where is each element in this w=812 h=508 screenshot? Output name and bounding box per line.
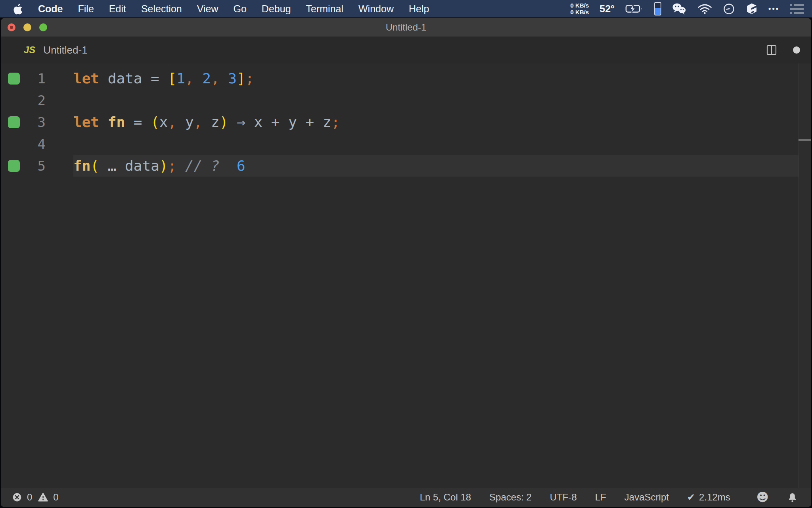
code-token-fn: fn [73,158,90,174]
code-token-pl [202,114,211,130]
code-token-vr: y [185,114,194,130]
list-menu-icon[interactable] [790,4,804,14]
notifications-bell-icon[interactable] [787,492,798,503]
gutter-decoration [1,116,20,128]
do-not-disturb-icon[interactable] [723,3,735,15]
problems-status[interactable]: 0 0 [1,492,59,503]
code-text: let fn = (x, y, z) ⇒ x + y + z; [73,114,340,130]
code-token-sp: … [108,158,117,174]
gutter-decoration [1,73,20,85]
code-token-vr: x [159,114,168,130]
tab-file-name: Untitled-1 [43,44,87,56]
tab-untitled-1[interactable]: JS Untitled-1 [1,44,88,56]
unsaved-changes-dot[interactable] [793,46,800,54]
macos-menu-bar: Code FileEditSelectionViewGoDebugTermina… [0,0,812,17]
code-token-pl [194,70,203,87]
code-token-pl [245,114,254,130]
code-line-2[interactable]: 2 [1,89,811,111]
language-mode-status[interactable]: JavaScript [624,492,669,503]
code-token-vr: y [288,114,297,130]
code-token-br: ) [220,114,228,130]
net-up-label: 0 KB/s [571,2,589,9]
ellipsis-menu-icon[interactable]: ••• [768,5,779,13]
code-line-5[interactable]: 5fn( … data); // ? 6 [1,155,811,177]
menu-item-app-code[interactable]: Code [38,3,63,15]
net-down-label: 0 KB/s [571,9,589,15]
code-line-3[interactable]: 3let fn = (x, y, z) ⇒ x + y + z; [1,111,811,133]
code-token-rs: 6 [237,158,245,174]
code-token-pl [280,114,288,130]
status-bar: 0 0 Ln 5, Col 18 Spaces: 2 UTF-8 LF Java… [1,488,811,507]
code-token-br: ( [151,114,159,130]
line-number: 3 [20,114,46,130]
wechat-icon[interactable] [672,3,687,15]
apple-menu-icon[interactable] [13,3,23,15]
code-editor[interactable]: 1let data = [1, 2, 3];23let fn = (x, y, … [1,64,811,488]
menu-item-view[interactable]: View [197,3,218,15]
code-token-pu: , [185,70,194,87]
menu-item-debug[interactable]: Debug [262,3,291,15]
quokka-time-status[interactable]: ✔ 2.12ms [687,492,730,503]
code-token-pl [142,114,151,130]
menu-item-edit[interactable]: Edit [109,3,126,15]
screen: Code FileEditSelectionViewGoDebugTermina… [0,0,812,508]
code-token-op: = [151,70,159,87]
overview-ruler-scrollbar[interactable] [798,64,811,488]
cursor-position-status[interactable]: Ln 5, Col 18 [420,492,471,503]
code-token-nm: 3 [228,70,237,87]
code-token-vr: data [108,70,142,87]
warnings-icon [38,492,48,502]
menu-item-go[interactable]: Go [234,3,247,15]
javascript-file-icon: JS [24,44,35,56]
code-token-pl [99,158,108,174]
line-number: 2 [20,92,46,108]
indentation-status[interactable]: Spaces: 2 [489,492,532,503]
gutter-decoration [1,160,20,172]
feedback-smiley-icon[interactable]: ☻ [756,491,769,503]
code-token-op: + [306,114,314,130]
window-title-bar[interactable]: Untitled-1 [1,18,811,37]
code-token-pl [125,114,134,130]
editor-tab-bar: JS Untitled-1 [1,37,811,64]
encoding-status[interactable]: UTF-8 [550,492,577,503]
code-token-pl [297,114,306,130]
code-line-4[interactable]: 4 [1,133,811,155]
code-token-kw: let [73,114,99,130]
code-token-fn: fn [108,114,125,130]
code-token-pu: ; [331,114,340,130]
menu-item-help[interactable]: Help [409,3,429,15]
menu-item-window[interactable]: Window [358,3,394,15]
code-token-pl [116,158,125,174]
menu-bar-status-area: 0 KB/s 0 KB/s 52° [571,2,812,15]
code-token-op: + [271,114,280,130]
code-token-ar: ⇒ [237,114,245,130]
code-token-op: = [134,114,142,130]
cube-app-icon[interactable] [746,2,758,15]
code-token-kw: let [73,70,99,87]
eol-status[interactable]: LF [595,492,606,503]
menu-item-selection[interactable]: Selection [141,3,182,15]
code-line-1[interactable]: 1let data = [1, 2, 3]; [1,67,811,89]
code-token-pl [99,70,108,87]
network-speed-indicator[interactable]: 0 KB/s 0 KB/s [571,2,589,15]
code-token-vr: z [211,114,220,130]
battery-gauge-widget-icon[interactable] [654,2,661,15]
code-token-pl [176,114,185,130]
menu-item-terminal[interactable]: Terminal [306,3,343,15]
menu-item-file[interactable]: File [78,3,94,15]
split-editor-icon[interactable] [766,44,777,56]
code-text: let data = [1, 2, 3]; [73,70,254,87]
menu-items: FileEditSelectionViewGoDebugTerminalWind… [78,3,429,15]
code-token-br: ( [90,158,99,174]
battery-charging-icon[interactable] [625,4,643,13]
temperature-label[interactable]: 52° [599,3,615,15]
menu-bar-left: Code FileEditSelectionViewGoDebugTermina… [0,3,429,15]
line-number: 1 [20,71,46,87]
code-token-pl [220,158,237,174]
code-lines: 1let data = [1, 2, 3];23let fn = (x, y, … [1,64,811,177]
code-token-pl [220,70,228,87]
wifi-icon[interactable] [697,3,712,14]
code-token-pu: , [168,114,177,130]
code-token-pu: ; [245,70,254,87]
warnings-count: 0 [53,492,58,503]
